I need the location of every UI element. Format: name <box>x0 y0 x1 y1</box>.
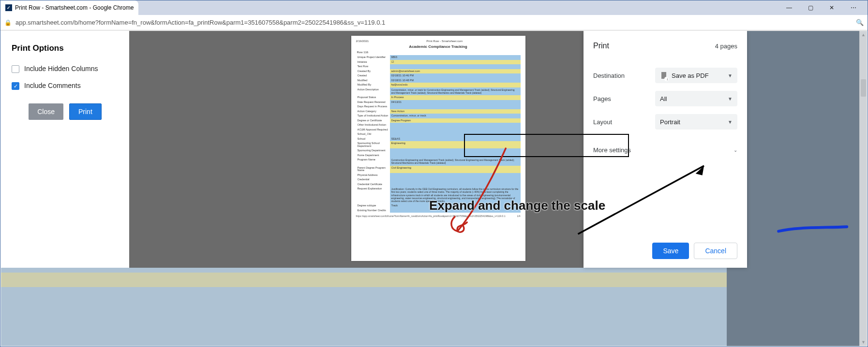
tab-title: Print Row - Smartsheet.com - Google Chro… <box>15 4 134 11</box>
print-button[interactable]: Print <box>69 103 102 120</box>
preview-kv-row: Initiative☑ <box>356 60 521 65</box>
preview-value: 04/13/21 <box>390 100 521 105</box>
destination-label: Destination <box>593 72 625 79</box>
preview-title: Academic Compliance Tracking <box>356 44 521 49</box>
minimize-button[interactable]: — <box>778 0 800 15</box>
destination-select[interactable]: Save as PDF ▼ <box>655 68 737 83</box>
preview-kv-row: Created Byadmin@smartsheet.com <box>356 69 521 74</box>
destination-value: Save as PDF <box>672 72 709 79</box>
preview-value: New Action <box>390 109 521 114</box>
preview-key: Existing Number Credits <box>356 208 390 213</box>
chevron-down-icon: ⌄ <box>733 147 737 153</box>
preview-key: Degree subtype <box>356 203 390 208</box>
preview-key: Home Department <box>356 153 390 158</box>
preview-key: Credential Certificate <box>356 182 390 187</box>
preview-key: Initiative <box>356 60 390 65</box>
preview-value: Concentration, minor, or track for Const… <box>390 87 521 96</box>
closewin-button[interactable]: ✕ <box>821 0 842 15</box>
include-hidden-label: Include Hidden Columns <box>24 65 98 72</box>
preview-value <box>390 132 521 137</box>
preview-key: Other Institutional Action <box>356 123 390 128</box>
preview-key: Test Row <box>356 64 390 69</box>
preview-value <box>390 173 521 178</box>
preview-key: Type of Institutional Action <box>356 114 390 118</box>
preview-kv-row: SchoolSE&AS <box>356 137 521 142</box>
preview-kv-row: Sponsoring School DepartmentEngineering <box>356 141 521 148</box>
print-options-title: Print Options <box>12 43 119 53</box>
preview-value <box>390 148 521 153</box>
tab-strip: ✓ Print Row - Smartsheet.com - Google Ch… <box>0 0 868 15</box>
page-count: 4 pages <box>715 43 737 50</box>
preview-key: School <box>356 137 390 142</box>
overflow-icon[interactable]: ⋯ <box>842 0 864 15</box>
preview-kv-row: Unique Project Identifier9893 <box>356 55 521 60</box>
preview-key: Credential <box>356 177 390 182</box>
include-comments-checkbox[interactable]: ✓ <box>12 82 19 90</box>
preview-kv-row: Other Institutional Action <box>356 123 521 128</box>
preview-kv-row: Action DescriptionConcentration, minor, … <box>356 87 521 96</box>
preview-value <box>390 182 521 187</box>
preview-kv-row: Proposal StatusIn Process <box>356 95 521 100</box>
preview-kv-row: Degree or CertificateDegree Program <box>356 118 521 123</box>
print-dialog-title: Print <box>593 42 609 50</box>
layout-select[interactable]: Portrait ▼ <box>655 114 737 130</box>
preview-value <box>390 64 521 69</box>
preview-key: Created <box>356 73 390 78</box>
preview-key: Physical Address <box>356 173 390 178</box>
preview-kv-row: Home Department <box>356 153 521 158</box>
preview-value: Engineering <box>390 141 521 148</box>
preview-key: Action Category <box>356 109 390 114</box>
chrome-print-dialog: Print 4 pages Destination Save as PDF ▼ … <box>584 31 747 268</box>
include-hidden-checkbox[interactable] <box>12 65 19 73</box>
layout-value: Portrait <box>660 118 680 126</box>
preview-header: Print Row - Smartsheet.com <box>426 40 463 43</box>
preview-value: ☑ <box>390 60 521 65</box>
preview-value <box>390 123 521 128</box>
preview-value: In Process <box>390 95 521 100</box>
chevron-down-icon: ▼ <box>728 96 733 101</box>
preview-key: Proposal Status <box>356 95 390 100</box>
close-button[interactable]: Close <box>29 103 63 120</box>
preview-key: Created By <box>356 69 390 74</box>
preview-foot-url: https://app.smartsheet.com/b/home?formNa… <box>356 215 506 217</box>
maximize-button[interactable]: ▢ <box>800 0 821 15</box>
url-text[interactable]: app.smartsheet.com/b/home?formName=fn_ro… <box>15 19 385 26</box>
preview-kv-row: Physical Address <box>356 173 521 178</box>
cancel-button[interactable]: Cancel <box>694 243 737 259</box>
preview-kv-row: Modified02/18/21 10:48 PM <box>356 78 521 83</box>
preview-key: Parent Degree Program Name <box>356 166 390 173</box>
preview-key: Unique Project Identifier <box>356 55 390 60</box>
include-comments-label: Include Comments <box>24 82 81 89</box>
preview-key: Program Name <box>356 158 390 166</box>
preview-key: Action Description <box>356 87 390 96</box>
chevron-down-icon: ▼ <box>728 73 733 78</box>
print-options-panel: Print Options Include Hidden Columns ✓ I… <box>1 31 129 268</box>
browser-tab[interactable]: ✓ Print Row - Smartsheet.com - Google Ch… <box>0 0 138 15</box>
save-button[interactable]: Save <box>652 243 689 259</box>
preview-key: School_Old <box>356 132 390 137</box>
preview-kv-row: ACUM Approval Required <box>356 128 521 132</box>
pages-select[interactable]: All ▼ <box>655 91 737 106</box>
preview-kv-row: Credential <box>356 177 521 182</box>
preview-kv-row: Sponsoring Department <box>356 148 521 153</box>
preview-key: Sponsoring School Department <box>356 141 390 148</box>
preview-value <box>390 177 521 182</box>
include-comments-row[interactable]: ✓ Include Comments <box>12 82 119 90</box>
lock-icon[interactable]: 🔒 <box>4 19 12 26</box>
preview-value <box>390 153 521 158</box>
annotation-expand-note: Expand and change the scale <box>429 198 605 213</box>
pages-label: Pages <box>593 95 611 102</box>
include-hidden-row[interactable]: Include Hidden Columns <box>12 65 119 73</box>
preview-key: Days Request in Process <box>356 104 390 109</box>
more-settings-row[interactable]: More settings ⌄ <box>593 140 737 159</box>
preview-value: Concentration, minor, or track <box>390 114 521 118</box>
preview-kv-row: Test Row <box>356 64 521 69</box>
preview-kv-row: Modified Byhp@ucsd.edu <box>356 83 521 87</box>
chevron-down-icon: ▼ <box>728 119 733 125</box>
preview-page: 2/19/2021 Print Row - Smartsheet.com Aca… <box>351 36 525 261</box>
preview-foot-page: 1/4 <box>517 215 521 217</box>
preview-value: SE&AS <box>390 137 521 142</box>
zoom-icon[interactable]: 🔍 <box>856 19 864 26</box>
preview-value: hp@ucsd.edu <box>390 83 521 87</box>
browser-window: ✓ Print Row - Smartsheet.com - Google Ch… <box>0 0 868 347</box>
